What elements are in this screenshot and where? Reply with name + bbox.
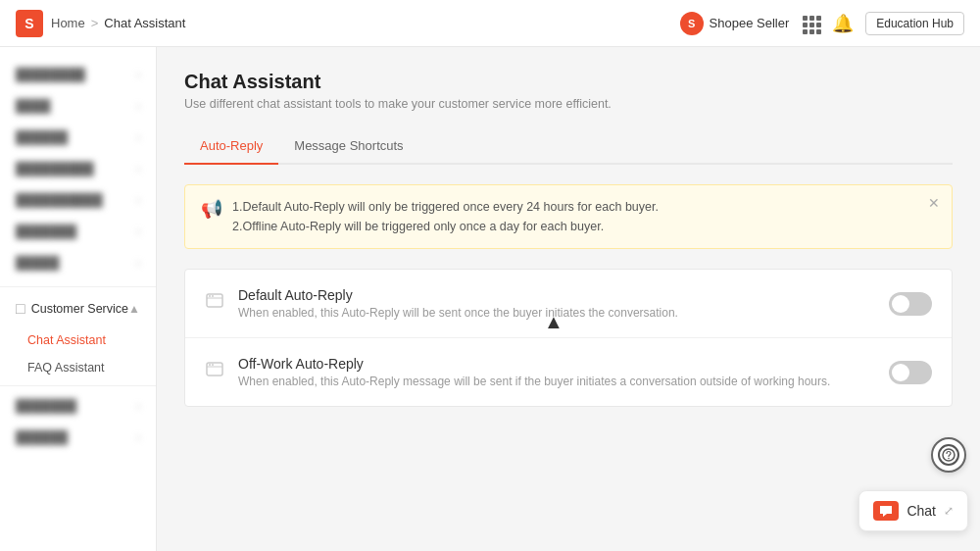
tab-message-shortcuts[interactable]: Message Shortcuts xyxy=(278,130,418,165)
off-work-auto-reply-toggle[interactable] xyxy=(889,361,932,384)
off-work-auto-reply-desc: When enabled, this Auto-Reply message wi… xyxy=(238,375,889,388)
default-auto-reply-info: Default Auto-Reply When enabled, this Au… xyxy=(238,287,889,320)
svg-point-4 xyxy=(209,364,211,366)
alert-banner: 📢 1.Default Auto-Reply will only be trig… xyxy=(184,184,953,249)
header-right: S Shopee Seller 🔔 Education Hub xyxy=(680,12,964,35)
svg-point-7 xyxy=(948,458,950,460)
breadcrumb: Home > Chat Assistant xyxy=(51,16,185,30)
sidebar-item-blurred-7[interactable]: █████› xyxy=(0,247,156,278)
sidebar-item-faq-assistant[interactable]: FAQ Assistant xyxy=(0,354,156,381)
chat-fab-button[interactable]: Chat ⤢ xyxy=(858,490,968,531)
chat-fab-expand-icon: ⤢ xyxy=(944,504,954,518)
education-hub-button[interactable]: Education Hub xyxy=(865,12,964,35)
help-fab-button[interactable] xyxy=(931,437,966,473)
apps-grid-icon[interactable] xyxy=(801,14,820,33)
sidebar-divider xyxy=(0,286,156,287)
off-work-auto-reply-row: Off-Work Auto-Reply When enabled, this A… xyxy=(185,338,952,406)
alert-close-button[interactable]: ✕ xyxy=(928,195,940,211)
alert-text: 1.Default Auto-Reply will only be trigge… xyxy=(232,197,659,236)
header: S Home > Chat Assistant S Shopee Seller … xyxy=(0,0,980,47)
chat-fab-icon xyxy=(873,501,899,521)
sidebar-divider-2 xyxy=(0,385,156,386)
breadcrumb-current: Chat Assistant xyxy=(104,16,185,30)
sidebar-item-blurred-1[interactable]: ████████› xyxy=(0,59,156,90)
sidebar-item-blurred-2[interactable]: ████› xyxy=(0,90,156,122)
sidebar-item-blurred-6[interactable]: ███████› xyxy=(0,216,156,247)
default-auto-reply-title: Default Auto-Reply xyxy=(238,287,889,303)
svg-point-5 xyxy=(212,364,214,366)
section-collapse-icon: ▲ xyxy=(128,302,140,316)
sidebar: ████████› ████› ██████› █████████› █████… xyxy=(0,47,157,551)
faq-assistant-label: FAQ Assistant xyxy=(27,361,105,375)
sidebar-item-blurred-5[interactable]: ██████████› xyxy=(0,184,156,216)
svg-point-1 xyxy=(209,295,211,297)
off-work-auto-reply-info: Off-Work Auto-Reply When enabled, this A… xyxy=(238,356,889,388)
alert-line-2: 2.Offline Auto-Reply will be triggered o… xyxy=(232,217,659,236)
sidebar-item-chat-assistant[interactable]: Chat Assistant xyxy=(0,326,156,354)
shopee-logo[interactable]: S xyxy=(16,10,43,37)
alert-megaphone-icon: 📢 xyxy=(201,198,222,220)
seller-icon: S xyxy=(680,12,704,35)
customer-service-icon: □ xyxy=(16,300,25,318)
default-auto-reply-desc: When enabled, this Auto-Reply will be se… xyxy=(238,306,889,320)
page-subtitle: Use different chat assistant tools to ma… xyxy=(184,97,953,111)
default-auto-reply-toggle[interactable] xyxy=(889,292,932,316)
shopee-seller-badge: S Shopee Seller xyxy=(680,12,790,35)
sidebar-item-blurred-4[interactable]: █████████› xyxy=(0,153,156,184)
default-auto-reply-icon xyxy=(205,291,224,316)
alert-line-1: 1.Default Auto-Reply will only be trigge… xyxy=(232,197,659,217)
header-left: S Home > Chat Assistant xyxy=(16,10,185,37)
auto-reply-cards: Default Auto-Reply When enabled, this Au… xyxy=(184,269,953,407)
sidebar-item-blurred-8[interactable]: ███████› xyxy=(0,390,156,422)
notification-bell-icon[interactable]: 🔔 xyxy=(832,13,854,34)
main-content: Chat Assistant Use different chat assist… xyxy=(157,47,980,551)
chat-assistant-label: Chat Assistant xyxy=(27,333,106,347)
sidebar-item-blurred-3[interactable]: ██████› xyxy=(0,122,156,153)
page-title: Chat Assistant xyxy=(184,71,953,93)
svg-point-2 xyxy=(212,295,214,297)
sidebar-top-section: ████████› ████› ██████› █████████› █████… xyxy=(0,55,156,282)
layout: ████████› ████› ██████› █████████› █████… xyxy=(0,47,980,551)
sidebar-item-blurred-9[interactable]: ██████› xyxy=(0,422,156,453)
off-work-auto-reply-icon xyxy=(205,360,224,384)
help-fab-inner-icon xyxy=(938,444,959,466)
off-work-auto-reply-title: Off-Work Auto-Reply xyxy=(238,356,889,372)
breadcrumb-separator: > xyxy=(91,16,99,30)
seller-label: Shopee Seller xyxy=(710,16,790,30)
default-auto-reply-row: Default Auto-Reply When enabled, this Au… xyxy=(185,270,952,338)
sidebar-customer-service-section[interactable]: □ Customer Service ▲ xyxy=(0,291,156,326)
home-link[interactable]: Home xyxy=(51,16,85,30)
tab-auto-reply[interactable]: Auto-Reply xyxy=(184,130,278,165)
tabs: Auto-Reply Message Shortcuts xyxy=(184,130,953,165)
customer-service-label: Customer Service xyxy=(31,302,128,316)
chat-fab-label: Chat xyxy=(906,503,936,519)
